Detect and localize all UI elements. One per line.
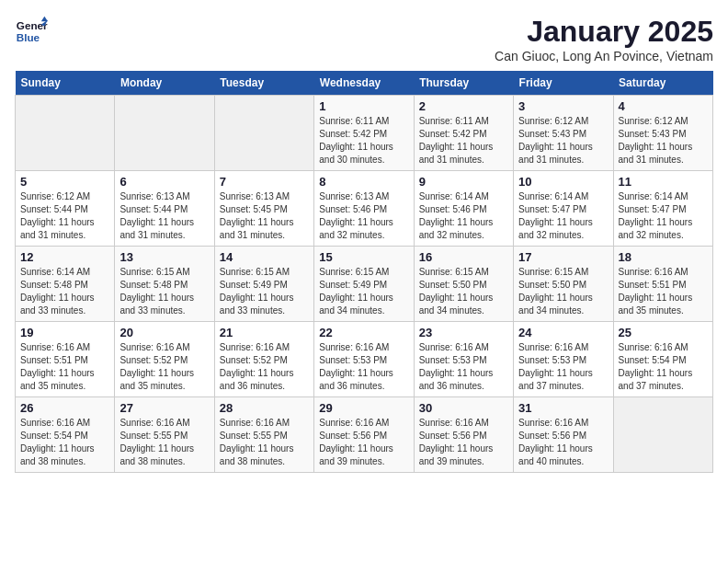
day-number: 4 [619,99,708,113]
day-number: 19 [20,326,109,339]
col-friday: Friday [514,71,613,96]
calendar-week-row: 26Sunrise: 6:16 AM Sunset: 5:54 PM Dayli… [16,397,713,473]
table-row: 29Sunrise: 6:16 AM Sunset: 5:56 PM Dayli… [314,397,414,473]
day-number: 12 [20,250,109,264]
day-number: 28 [220,401,309,415]
day-info: Sunrise: 6:16 AM Sunset: 5:52 PM Dayligh… [119,341,209,393]
day-info: Sunrise: 6:16 AM Sunset: 5:53 PM Dayligh… [419,341,508,393]
calendar-week-row: 12Sunrise: 6:14 AM Sunset: 5:48 PM Dayli… [16,247,713,322]
day-number: 6 [119,175,209,189]
table-row: 4Sunrise: 6:12 AM Sunset: 5:43 PM Daylig… [613,96,712,171]
table-row: 15Sunrise: 6:15 AM Sunset: 5:49 PM Dayli… [314,247,414,322]
day-number: 13 [119,250,209,264]
table-row: 20Sunrise: 6:16 AM Sunset: 5:52 PM Dayli… [115,322,214,397]
day-info: Sunrise: 6:12 AM Sunset: 5:44 PM Dayligh… [20,190,109,242]
day-number: 31 [518,401,608,415]
table-row: 21Sunrise: 6:16 AM Sunset: 5:52 PM Dayli… [214,322,313,397]
day-info: Sunrise: 6:16 AM Sunset: 5:52 PM Dayligh… [220,341,309,393]
svg-text:Blue: Blue [17,31,40,43]
table-row: 24Sunrise: 6:16 AM Sunset: 5:53 PM Dayli… [514,322,613,397]
table-row: 22Sunrise: 6:16 AM Sunset: 5:53 PM Dayli… [314,322,414,397]
day-info: Sunrise: 6:15 AM Sunset: 5:50 PM Dayligh… [419,266,508,317]
table-row: 1Sunrise: 6:11 AM Sunset: 5:42 PM Daylig… [314,96,414,171]
day-info: Sunrise: 6:15 AM Sunset: 5:49 PM Dayligh… [319,266,408,317]
day-number: 27 [119,401,209,415]
table-row [214,96,313,171]
day-number: 29 [319,401,408,415]
day-number: 10 [518,175,608,189]
day-info: Sunrise: 6:16 AM Sunset: 5:51 PM Dayligh… [619,266,708,317]
table-row: 10Sunrise: 6:14 AM Sunset: 5:47 PM Dayli… [514,171,613,247]
table-row: 12Sunrise: 6:14 AM Sunset: 5:48 PM Dayli… [16,247,115,322]
table-row: 26Sunrise: 6:16 AM Sunset: 5:54 PM Dayli… [16,397,115,473]
table-row: 2Sunrise: 6:11 AM Sunset: 5:42 PM Daylig… [414,96,513,171]
day-info: Sunrise: 6:16 AM Sunset: 5:56 PM Dayligh… [319,417,408,468]
day-number: 9 [419,175,508,189]
table-row: 19Sunrise: 6:16 AM Sunset: 5:51 PM Dayli… [16,322,115,397]
table-row: 28Sunrise: 6:16 AM Sunset: 5:55 PM Dayli… [214,397,313,473]
day-number: 21 [220,326,309,339]
day-number: 5 [20,175,109,189]
day-info: Sunrise: 6:13 AM Sunset: 5:45 PM Dayligh… [220,190,309,242]
day-info: Sunrise: 6:13 AM Sunset: 5:44 PM Dayligh… [119,190,209,242]
day-info: Sunrise: 6:14 AM Sunset: 5:48 PM Dayligh… [20,266,109,317]
col-monday: Monday [115,71,214,96]
table-row: 27Sunrise: 6:16 AM Sunset: 5:55 PM Dayli… [115,397,214,473]
day-number: 3 [518,99,608,113]
day-info: Sunrise: 6:15 AM Sunset: 5:50 PM Dayligh… [518,266,608,317]
col-sunday: Sunday [16,71,115,96]
table-row: 31Sunrise: 6:16 AM Sunset: 5:56 PM Dayli… [514,397,613,473]
col-wednesday: Wednesday [314,71,414,96]
day-number: 23 [419,326,508,339]
table-row [115,96,214,171]
table-row: 23Sunrise: 6:16 AM Sunset: 5:53 PM Dayli… [414,322,513,397]
day-number: 14 [220,250,309,264]
col-saturday: Saturday [613,71,712,96]
day-number: 15 [319,250,408,264]
day-info: Sunrise: 6:15 AM Sunset: 5:48 PM Dayligh… [119,266,209,317]
logo: General Blue [15,15,48,48]
day-number: 20 [119,326,209,339]
day-number: 1 [319,99,408,113]
table-row: 11Sunrise: 6:14 AM Sunset: 5:47 PM Dayli… [613,171,712,247]
day-info: Sunrise: 6:16 AM Sunset: 5:55 PM Dayligh… [220,417,309,468]
day-number: 30 [419,401,508,415]
col-thursday: Thursday [414,71,513,96]
day-number: 7 [220,175,309,189]
table-row: 25Sunrise: 6:16 AM Sunset: 5:54 PM Dayli… [613,322,712,397]
day-info: Sunrise: 6:13 AM Sunset: 5:46 PM Dayligh… [319,190,408,242]
day-info: Sunrise: 6:16 AM Sunset: 5:53 PM Dayligh… [319,341,408,393]
day-info: Sunrise: 6:16 AM Sunset: 5:54 PM Dayligh… [619,341,708,393]
day-info: Sunrise: 6:12 AM Sunset: 5:43 PM Dayligh… [518,115,608,167]
day-info: Sunrise: 6:14 AM Sunset: 5:47 PM Dayligh… [518,190,608,242]
table-row: 5Sunrise: 6:12 AM Sunset: 5:44 PM Daylig… [16,171,115,247]
day-number: 25 [619,326,708,339]
day-info: Sunrise: 6:15 AM Sunset: 5:49 PM Dayligh… [220,266,309,317]
table-row [16,96,115,171]
table-row: 3Sunrise: 6:12 AM Sunset: 5:43 PM Daylig… [514,96,613,171]
day-info: Sunrise: 6:16 AM Sunset: 5:53 PM Dayligh… [518,341,608,393]
table-row: 8Sunrise: 6:13 AM Sunset: 5:46 PM Daylig… [314,171,414,247]
table-row: 6Sunrise: 6:13 AM Sunset: 5:44 PM Daylig… [115,171,214,247]
logo-icon: General Blue [15,15,48,48]
col-tuesday: Tuesday [214,71,313,96]
table-row: 7Sunrise: 6:13 AM Sunset: 5:45 PM Daylig… [214,171,313,247]
day-number: 8 [319,175,408,189]
calendar-week-row: 19Sunrise: 6:16 AM Sunset: 5:51 PM Dayli… [16,322,713,397]
day-number: 11 [619,175,708,189]
day-info: Sunrise: 6:16 AM Sunset: 5:56 PM Dayligh… [419,417,508,468]
day-info: Sunrise: 6:12 AM Sunset: 5:43 PM Dayligh… [619,115,708,167]
day-info: Sunrise: 6:16 AM Sunset: 5:55 PM Dayligh… [119,417,209,468]
table-row: 14Sunrise: 6:15 AM Sunset: 5:49 PM Dayli… [214,247,313,322]
calendar-week-row: 1Sunrise: 6:11 AM Sunset: 5:42 PM Daylig… [16,96,713,171]
day-number: 17 [518,250,608,264]
day-number: 18 [619,250,708,264]
calendar-header-row: Sunday Monday Tuesday Wednesday Thursday… [16,71,713,96]
day-number: 22 [319,326,408,339]
page-subtitle: Can Giuoc, Long An Povince, Vietnam [495,49,713,63]
day-number: 26 [20,401,109,415]
day-info: Sunrise: 6:16 AM Sunset: 5:51 PM Dayligh… [20,341,109,393]
day-info: Sunrise: 6:11 AM Sunset: 5:42 PM Dayligh… [419,115,508,167]
day-info: Sunrise: 6:16 AM Sunset: 5:54 PM Dayligh… [20,417,109,468]
day-info: Sunrise: 6:11 AM Sunset: 5:42 PM Dayligh… [319,115,408,167]
